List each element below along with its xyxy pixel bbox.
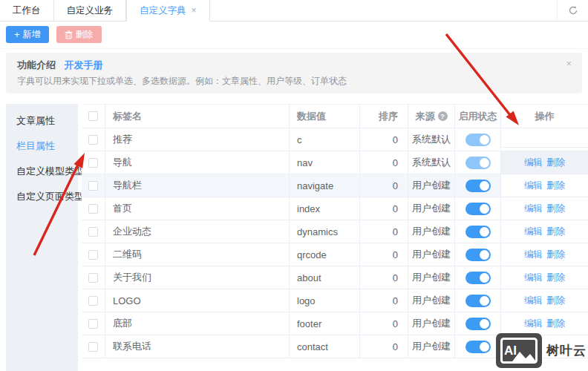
row-value-cell: logo xyxy=(289,289,359,312)
row-select-cell xyxy=(82,312,105,335)
row-operation-cell xyxy=(500,128,588,151)
table-row: 首页 index 0 用户创建 编辑 删除 xyxy=(82,197,588,220)
row-label-cell: 二维码 xyxy=(105,243,289,266)
refresh-button[interactable] xyxy=(557,0,588,21)
row-status-cell xyxy=(454,312,500,335)
row-checkbox[interactable] xyxy=(88,227,98,237)
row-sort-cell: 0 xyxy=(359,197,408,220)
row-label-cell: 企业动态 xyxy=(105,220,289,243)
header-label: 标签名 xyxy=(105,105,289,128)
row-status-cell xyxy=(454,220,500,243)
row-label-cell: 底部 xyxy=(105,312,289,335)
delete-link[interactable]: 删除 xyxy=(546,272,565,284)
row-value-cell: qrcode xyxy=(289,243,359,266)
app-window: 工作台 自定义业务 自定义字典 × + 新增 xyxy=(0,0,588,371)
header-source: 来源 ? xyxy=(408,105,454,128)
header-value: 数据值 xyxy=(289,105,359,128)
enable-toggle[interactable] xyxy=(466,180,491,192)
row-checkbox[interactable] xyxy=(88,158,98,168)
row-label-cell: 关于我们 xyxy=(105,266,289,289)
row-label: 联系电话 xyxy=(113,340,151,353)
enable-toggle[interactable] xyxy=(466,341,491,353)
sidebar-item-article-attrs[interactable]: 文章属性 xyxy=(6,108,78,134)
delete-button[interactable]: 删除 xyxy=(56,26,102,43)
row-checkbox[interactable] xyxy=(88,135,98,145)
sidebar-item-custom-model-type[interactable]: 自定义模型类型 xyxy=(6,159,78,184)
header-label-text: 标签名 xyxy=(113,110,142,123)
edit-link[interactable]: 编辑 xyxy=(524,157,543,169)
row-checkbox[interactable] xyxy=(88,296,98,306)
enable-toggle[interactable] xyxy=(466,295,491,307)
tab-close-icon[interactable]: × xyxy=(192,6,197,15)
enable-toggle[interactable] xyxy=(466,272,491,284)
edit-link[interactable]: 编辑 xyxy=(524,272,543,284)
banner-title-row: 功能介绍 开发手册 xyxy=(17,58,560,72)
enable-toggle[interactable] xyxy=(466,203,491,215)
sidebar-item-column-attrs[interactable]: 栏目属性 xyxy=(6,134,78,159)
watermark-ai-image-icon: AI xyxy=(496,333,542,368)
row-sort-cell: 0 xyxy=(359,289,408,312)
sidebar-item-custom-page-type[interactable]: 自定义页面类型 xyxy=(6,184,78,209)
row-checkbox[interactable] xyxy=(88,273,98,283)
delete-link[interactable]: 删除 xyxy=(546,295,565,307)
edit-link[interactable]: 编辑 xyxy=(524,226,543,238)
select-all-checkbox[interactable] xyxy=(88,111,98,121)
enable-toggle[interactable] xyxy=(466,226,491,238)
source-help-icon[interactable]: ? xyxy=(438,111,448,121)
table-body: 推荐 c 0 系统默认 导航 nav 0 系统默认 xyxy=(82,128,588,358)
dev-manual-link[interactable]: 开发手册 xyxy=(64,59,102,70)
operation-links: 编辑 删除 xyxy=(524,318,565,330)
row-checkbox[interactable] xyxy=(88,319,98,329)
enable-toggle[interactable] xyxy=(466,318,491,330)
enable-toggle[interactable] xyxy=(466,134,491,146)
add-button[interactable]: + 新增 xyxy=(6,26,49,43)
delete-link[interactable]: 删除 xyxy=(546,203,565,215)
row-status-cell xyxy=(454,197,500,220)
row-checkbox[interactable] xyxy=(88,250,98,260)
sidebar: 文章属性 栏目属性 自定义模型类型 自定义页面类型 xyxy=(6,104,78,371)
row-select-cell xyxy=(82,220,105,243)
row-label-cell: 首页 xyxy=(105,197,289,220)
row-operation-cell: 编辑 删除 xyxy=(500,243,588,266)
delete-link[interactable]: 删除 xyxy=(546,318,565,330)
banner-close-icon[interactable]: × xyxy=(566,59,572,68)
row-source-cell: 用户创建 xyxy=(408,197,454,220)
enable-toggle[interactable] xyxy=(466,157,491,169)
enable-toggle[interactable] xyxy=(466,249,491,261)
edit-link[interactable]: 编辑 xyxy=(524,249,543,261)
row-checkbox[interactable] xyxy=(88,342,98,352)
row-label: LOGO xyxy=(113,295,141,306)
edit-link[interactable]: 编辑 xyxy=(524,318,543,330)
edit-link[interactable]: 编辑 xyxy=(524,295,543,307)
delete-link[interactable]: 删除 xyxy=(546,249,565,261)
row-select-cell xyxy=(82,266,105,289)
table-row: 导航 nav 0 系统默认 编辑 删除 xyxy=(82,151,588,174)
row-sort-cell: 0 xyxy=(359,174,408,197)
row-operation-cell: 编辑 删除 xyxy=(500,289,588,312)
tab-custom-business[interactable]: 自定义业务 xyxy=(54,0,127,21)
row-label-cell: 导航栏 xyxy=(105,174,289,197)
edit-link[interactable]: 编辑 xyxy=(524,203,543,215)
row-checkbox[interactable] xyxy=(88,181,98,191)
row-source-cell: 用户创建 xyxy=(408,220,454,243)
tab-custom-dictionary[interactable]: 自定义字典 × xyxy=(126,0,210,22)
delete-link[interactable]: 删除 xyxy=(546,226,565,238)
row-source-cell: 用户创建 xyxy=(408,266,454,289)
row-select-cell xyxy=(82,243,105,266)
tab-label: 工作台 xyxy=(13,4,41,17)
toolbar: + 新增 删除 xyxy=(0,22,588,49)
edit-link[interactable]: 编辑 xyxy=(524,180,543,192)
row-value-cell: about xyxy=(289,266,359,289)
table-header: 标签名 数据值 排序 来源 ? 启用状态 操作 xyxy=(82,105,588,128)
row-sort-cell: 0 xyxy=(359,266,408,289)
banner-title: 功能介绍 xyxy=(17,59,56,70)
banner-description: 字典可以用来实现下拉或单选、多选数据源。例如：文章属性、用户等级、订单状态 xyxy=(17,75,560,88)
row-operation-cell: 编辑 删除 xyxy=(500,266,588,289)
trash-icon xyxy=(65,30,73,39)
row-status-cell xyxy=(454,289,500,312)
header-sort: 排序 xyxy=(359,105,408,128)
delete-link[interactable]: 删除 xyxy=(546,157,565,169)
tab-workbench[interactable]: 工作台 xyxy=(0,0,54,21)
row-checkbox[interactable] xyxy=(88,204,98,214)
delete-link[interactable]: 删除 xyxy=(546,180,565,192)
